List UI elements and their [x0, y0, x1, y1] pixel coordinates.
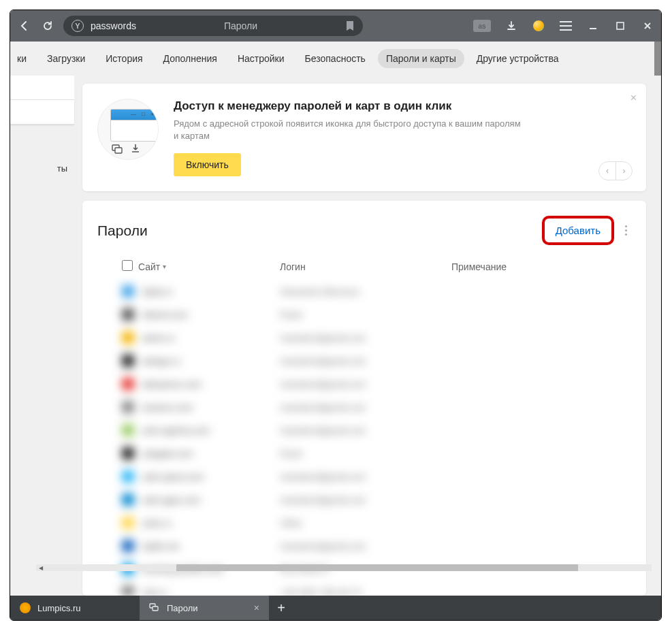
table-row[interactable]: anti-captcha.commandarin@gmail.com	[122, 419, 631, 442]
favicon	[122, 517, 134, 529]
column-login[interactable]: Логин	[280, 261, 451, 272]
weather-icon[interactable]	[532, 19, 545, 33]
row-login: mandarin@gmail.com	[280, 425, 451, 436]
table-row[interactable]: aliexpress.commandarin@gmail.com	[122, 372, 631, 395]
row-site: avito.ru	[142, 518, 280, 528]
row-site: battle.net	[142, 541, 280, 551]
table-row[interactable]: avito.ruViktor	[122, 511, 631, 534]
nav-tab[interactable]: Дополнения	[155, 49, 225, 68]
svg-rect-4	[153, 606, 158, 611]
sidebar-item[interactable]	[10, 100, 74, 125]
reload-button[interactable]	[40, 18, 55, 33]
table-row[interactable]: auth.apps.commandarin@gmail.com	[122, 488, 631, 511]
horizontal-scrollbar-thumb[interactable]	[176, 564, 578, 571]
promo-title: Доступ к менеджеру паролей и карт в один…	[174, 99, 631, 114]
row-login: Pavel	[280, 449, 451, 459]
scroll-left-icon[interactable]: ◀	[36, 564, 46, 571]
yandex-icon: Y	[71, 20, 84, 32]
sidebar-item-cut[interactable]: ты	[10, 156, 74, 180]
more-options-icon[interactable]	[621, 225, 631, 236]
browser-tab[interactable]: Пароли×	[140, 596, 269, 620]
promo-prev-icon[interactable]: ‹	[599, 162, 615, 180]
nav-tab[interactable]: История	[97, 49, 150, 68]
favicon	[122, 401, 134, 413]
browser-toolbar: Y passwords Пароли as	[10, 10, 661, 42]
favicon	[122, 586, 134, 596]
table-row[interactable]: 4devel.comPavel	[122, 303, 631, 326]
row-login: mandarin@gmail.com	[280, 495, 451, 505]
address-text: passwords	[91, 20, 136, 31]
nav-tab[interactable]: Загрузки	[39, 49, 93, 68]
tab-label: Пароли	[167, 603, 198, 613]
table-row[interactable]: antigate.comPavel	[122, 442, 631, 465]
window-minimize[interactable]	[586, 19, 600, 33]
passwords-card: Пароли Добавить Сайт ▾ Логин Примечание …	[82, 201, 646, 596]
table-row[interactable]: cdn.ru+38 (050) 786-36-75	[122, 581, 631, 596]
promo-illustration: — □ ×	[97, 99, 159, 160]
row-site: 4pda.ru	[142, 287, 280, 297]
table-row[interactable]: 4pda.ruAlexandra Nikonova	[122, 280, 631, 303]
nav-tab[interactable]: Настройки	[229, 49, 293, 68]
passwords-title: Пароли	[97, 223, 542, 239]
svg-rect-2	[115, 148, 122, 153]
settings-nav: киЗагрузкиИсторияДополненияНастройкиБезо…	[10, 42, 661, 76]
horizontal-scrollbar-track[interactable]: ◀	[36, 564, 652, 571]
left-sidebar: ты	[10, 76, 74, 596]
sidebar-item[interactable]	[10, 76, 74, 100]
table-row[interactable]: amazon.commandarin@gmail.com	[122, 395, 631, 419]
nav-tab[interactable]: Пароли и карты	[378, 49, 464, 68]
tab-favicon	[149, 602, 160, 613]
row-site: antigate.com	[142, 449, 280, 459]
column-note[interactable]: Примечание	[451, 261, 624, 272]
nav-tab[interactable]: Другие устройства	[468, 49, 567, 68]
row-login: Alexandra Nikonova	[280, 287, 451, 297]
promo-next-icon[interactable]: ›	[615, 162, 632, 180]
favicon	[122, 447, 134, 459]
passwords-rows-blurred: 4pda.ruAlexandra Nikonova4devel.comPavel…	[97, 280, 631, 596]
column-site[interactable]: Сайт ▾	[138, 261, 280, 272]
row-login: mandarin@gmail.com	[280, 379, 451, 389]
row-site: auth.opera.com	[142, 472, 280, 482]
lastfm-icon[interactable]: as	[473, 20, 491, 32]
svg-rect-0	[617, 22, 624, 29]
nav-tab[interactable]: ки	[13, 49, 35, 68]
window-maximize[interactable]	[613, 19, 627, 33]
table-row[interactable]: adrego.rumandarin@gmail.com	[122, 349, 631, 372]
tab-label: Lumpics.ru	[37, 603, 81, 613]
table-row[interactable]: adme.rumandarin@gmail.com	[122, 326, 631, 349]
address-bar[interactable]: Y passwords Пароли	[63, 16, 363, 36]
add-password-button[interactable]: Добавить	[549, 221, 607, 240]
passwords-table-header: Сайт ▾ Логин Примечание	[97, 260, 631, 280]
back-button[interactable]	[17, 18, 32, 33]
row-site: auth.apps.com	[142, 495, 280, 505]
bookmark-icon[interactable]	[345, 20, 355, 31]
favicon	[122, 470, 134, 483]
new-tab-button[interactable]: +	[269, 596, 293, 620]
tutorial-highlight: Добавить	[542, 216, 614, 245]
row-site: adrego.ru	[142, 356, 280, 366]
downloads-icon[interactable]	[505, 19, 518, 33]
tab-close-icon[interactable]: ×	[254, 602, 259, 613]
favicon	[122, 494, 134, 506]
window-close[interactable]	[641, 19, 654, 33]
promo-enable-button[interactable]: Включить	[174, 153, 241, 176]
row-login: Pavel	[280, 310, 451, 320]
browser-tab[interactable]: Lumpics.ru	[10, 596, 140, 620]
favicon	[122, 308, 134, 321]
row-login: Viktor	[280, 518, 451, 528]
favicon	[122, 331, 134, 344]
table-row[interactable]: battle.netmandarin@gmail.com	[122, 534, 631, 557]
menu-icon[interactable]	[559, 19, 573, 33]
favicon	[122, 540, 134, 552]
row-site: aliexpress.com	[142, 379, 280, 389]
promo-close-icon[interactable]: ×	[630, 92, 637, 104]
table-row[interactable]: auth.opera.commandarin@gmail.com	[122, 465, 631, 488]
row-login: mandarin@gmail.com	[280, 541, 451, 551]
select-all-checkbox[interactable]	[122, 260, 133, 271]
promo-pager: ‹ ›	[598, 161, 633, 180]
row-login: mandarin@gmail.com	[280, 356, 451, 366]
row-site: cdn.ru	[142, 587, 280, 596]
vertical-scrollbar-track[interactable]	[654, 42, 661, 76]
tab-strip: Lumpics.ruПароли× +	[10, 596, 661, 620]
nav-tab[interactable]: Безопасность	[297, 49, 374, 68]
